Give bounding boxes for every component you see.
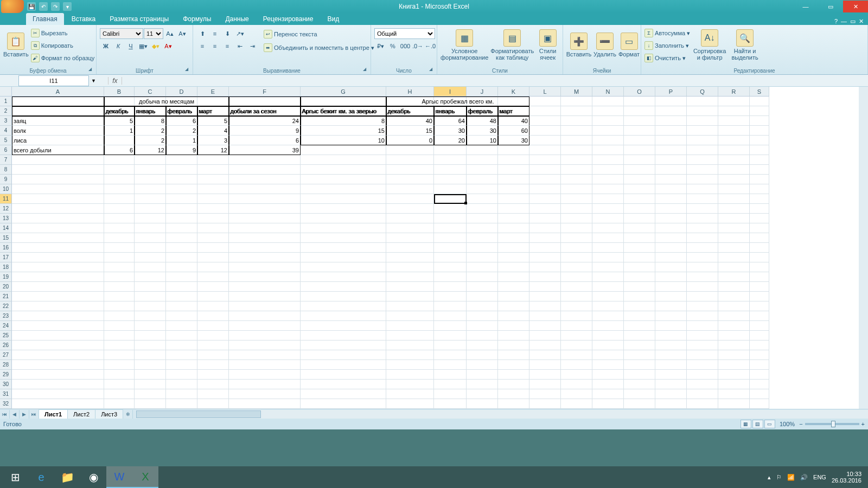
clear-button[interactable]: ◧Очистить ▾: [644, 52, 690, 64]
cell-P16[interactable]: [655, 243, 687, 253]
cell-G8[interactable]: [301, 165, 386, 175]
col-header-I[interactable]: I: [434, 87, 467, 97]
help-icon[interactable]: ?: [834, 18, 838, 25]
cell-L6[interactable]: [529, 145, 561, 155]
cell-E10[interactable]: [197, 184, 229, 194]
cell-B22[interactable]: [104, 301, 135, 311]
row-header-30[interactable]: 30: [0, 380, 12, 389]
cell-D6[interactable]: 9: [166, 145, 197, 155]
cell-I6[interactable]: [434, 145, 467, 155]
cell-I21[interactable]: [434, 292, 467, 301]
align-left-button[interactable]: ≡: [196, 41, 208, 52]
cell-H11[interactable]: [386, 194, 434, 204]
row-header-1[interactable]: 1: [0, 97, 12, 106]
cell-J21[interactable]: [467, 292, 498, 301]
cell-L31[interactable]: [529, 389, 561, 399]
cell-M19[interactable]: [561, 272, 592, 282]
cell-E22[interactable]: [197, 301, 229, 311]
cell-M18[interactable]: [561, 262, 592, 272]
cell-Q29[interactable]: [687, 370, 718, 380]
shrink-font-button[interactable]: A▾: [176, 28, 188, 39]
cell-N20[interactable]: [592, 282, 624, 292]
row-header-16[interactable]: 16: [0, 243, 12, 253]
cell-R28[interactable]: [718, 360, 750, 370]
cell-L5[interactable]: [529, 136, 561, 145]
cell-R23[interactable]: [718, 311, 750, 321]
cell-D3[interactable]: 6: [166, 116, 197, 126]
cell-A13[interactable]: [12, 214, 104, 223]
italic-button[interactable]: К: [112, 41, 124, 52]
cell-P26[interactable]: [655, 341, 687, 350]
cell-A25[interactable]: [12, 331, 104, 341]
cell-F9[interactable]: [229, 175, 301, 184]
cell-S18[interactable]: [750, 262, 769, 272]
col-header-A[interactable]: A: [12, 87, 104, 97]
cell-D19[interactable]: [166, 272, 197, 282]
cell-Q11[interactable]: [687, 194, 718, 204]
cell-C30[interactable]: [135, 380, 166, 389]
cell-N24[interactable]: [592, 321, 624, 331]
office-button[interactable]: [1, 0, 24, 13]
cell-F16[interactable]: [229, 243, 301, 253]
cell-N11[interactable]: [592, 194, 624, 204]
cell-K16[interactable]: [498, 243, 529, 253]
cell-O2[interactable]: [624, 106, 655, 116]
cell-K22[interactable]: [498, 301, 529, 311]
format-cells-button[interactable]: ▭Формат: [618, 26, 640, 64]
cell-K21[interactable]: [498, 292, 529, 301]
cell-K24[interactable]: [498, 321, 529, 331]
cell-N21[interactable]: [592, 292, 624, 301]
new-sheet-button[interactable]: ✻: [123, 410, 133, 419]
cell-E11[interactable]: [197, 194, 229, 204]
row-header-5[interactable]: 5: [0, 136, 12, 145]
cell-B26[interactable]: [104, 341, 135, 350]
row-header-11[interactable]: 11: [0, 194, 12, 204]
cell-H21[interactable]: [386, 292, 434, 301]
cell-A10[interactable]: [12, 184, 104, 194]
excel-icon[interactable]: X: [132, 466, 158, 488]
cell-L7[interactable]: [529, 155, 561, 165]
cell-S12[interactable]: [750, 204, 769, 214]
cell-O1[interactable]: [624, 97, 655, 106]
cell-B32[interactable]: [104, 399, 135, 409]
cell-H3[interactable]: 40: [386, 116, 434, 126]
cell-R29[interactable]: [718, 370, 750, 380]
cell-G2[interactable]: Аргыс бежит км. за зверью: [301, 106, 386, 116]
cell-J17[interactable]: [467, 253, 498, 262]
cell-N9[interactable]: [592, 175, 624, 184]
font-color-button[interactable]: A▾: [162, 41, 174, 52]
row-header-24[interactable]: 24: [0, 321, 12, 331]
cell-G7[interactable]: [301, 155, 386, 165]
cell-A14[interactable]: [12, 223, 104, 233]
cell-J5[interactable]: 10: [467, 136, 498, 145]
cell-I23[interactable]: [434, 311, 467, 321]
cell-R14[interactable]: [718, 223, 750, 233]
cell-Q24[interactable]: [687, 321, 718, 331]
cell-E29[interactable]: [197, 370, 229, 380]
cell-E30[interactable]: [197, 380, 229, 389]
cell-O7[interactable]: [624, 155, 655, 165]
cell-D11[interactable]: [166, 194, 197, 204]
cell-F29[interactable]: [229, 370, 301, 380]
cell-N10[interactable]: [592, 184, 624, 194]
cell-M24[interactable]: [561, 321, 592, 331]
cell-O17[interactable]: [624, 253, 655, 262]
cell-R15[interactable]: [718, 233, 750, 243]
row-header-3[interactable]: 3: [0, 116, 12, 126]
cell-Q17[interactable]: [687, 253, 718, 262]
cell-B20[interactable]: [104, 282, 135, 292]
cell-I17[interactable]: [434, 253, 467, 262]
cell-N32[interactable]: [592, 399, 624, 409]
cell-Q30[interactable]: [687, 380, 718, 389]
cell-C16[interactable]: [135, 243, 166, 253]
cell-F22[interactable]: [229, 301, 301, 311]
normal-view-button[interactable]: ▦: [741, 420, 751, 428]
cell-L23[interactable]: [529, 311, 561, 321]
cell-C15[interactable]: [135, 233, 166, 243]
cell-R4[interactable]: [718, 126, 750, 136]
cell-O23[interactable]: [624, 311, 655, 321]
cell-P18[interactable]: [655, 262, 687, 272]
row-header-29[interactable]: 29: [0, 370, 12, 380]
zoom-level[interactable]: 100%: [780, 421, 795, 427]
cell-C26[interactable]: [135, 341, 166, 350]
